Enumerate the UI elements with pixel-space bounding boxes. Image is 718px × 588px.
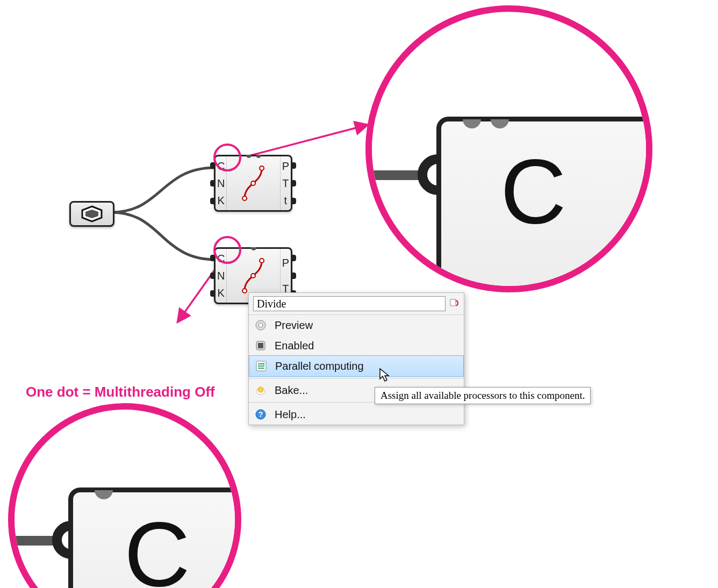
preview-icon <box>254 319 267 332</box>
menu-label: Bake... <box>275 384 308 397</box>
port-k-in[interactable]: K <box>217 195 225 206</box>
input-grips[interactable] <box>210 156 215 210</box>
svg-point-8 <box>252 274 256 278</box>
menu-separator <box>249 378 464 378</box>
menu-label: Parallel computing <box>275 360 364 372</box>
svg-point-6 <box>260 166 264 170</box>
cursor-icon <box>379 368 391 382</box>
menu-item-enabled[interactable]: Enabled <box>249 335 464 356</box>
zoom-input-label-c: C <box>124 508 190 588</box>
highlight-ring-top <box>213 144 241 171</box>
context-menu: Preview Enabled Parallel computing Bake.… <box>248 292 464 425</box>
enabled-icon <box>254 339 267 352</box>
svg-point-16 <box>258 387 263 392</box>
menu-item-parallel-computing[interactable]: Parallel computing <box>249 355 464 377</box>
zoom-input-label-c: C <box>500 146 566 237</box>
svg-point-7 <box>243 289 247 293</box>
highlight-ring-bottom <box>213 236 241 264</box>
menu-label: Enabled <box>275 340 314 352</box>
svg-point-9 <box>260 259 264 263</box>
rename-icon[interactable] <box>449 297 459 311</box>
tooltip: Assign all available processors to this … <box>375 387 591 404</box>
component-name-input[interactable] <box>253 296 446 311</box>
port-t-out[interactable]: T <box>282 178 289 189</box>
bake-icon <box>254 384 267 397</box>
output-ports: P T t <box>281 156 291 210</box>
svg-rect-13 <box>258 343 263 348</box>
magnifier-one-dot: C <box>8 403 241 588</box>
port-k-in[interactable]: K <box>217 288 225 298</box>
port-p-out[interactable]: P <box>282 161 289 171</box>
menu-label: Preview <box>275 319 313 332</box>
svg-line-0 <box>236 125 368 159</box>
param-node[interactable] <box>69 201 114 227</box>
svg-point-11 <box>259 323 263 327</box>
svg-point-4 <box>243 196 247 200</box>
port-n-in[interactable]: N <box>217 270 225 281</box>
zoom-wire <box>365 170 426 180</box>
menu-item-help[interactable]: ? Help... <box>249 404 464 425</box>
label-one-dot: One dot = Multithreading Off <box>26 384 215 400</box>
svg-text:?: ? <box>259 410 263 419</box>
magnifier-two-dots: C <box>365 5 652 292</box>
zoom-component-fragment: C <box>436 117 652 292</box>
svg-point-5 <box>252 181 256 185</box>
zoom-one-dot <box>95 490 113 499</box>
output-grips[interactable] <box>291 156 296 210</box>
port-n-in[interactable]: N <box>217 178 225 189</box>
zoom-two-dots <box>463 119 509 128</box>
port-t2-out[interactable]: t <box>282 195 289 206</box>
help-icon: ? <box>254 408 267 421</box>
zoom-component-fragment: C <box>68 487 241 588</box>
port-p-out[interactable]: P <box>282 257 289 268</box>
input-grips[interactable] <box>210 249 215 303</box>
menu-label: Help... <box>275 408 306 421</box>
menu-item-preview[interactable]: Preview <box>249 315 464 335</box>
parallel-icon <box>255 360 268 372</box>
